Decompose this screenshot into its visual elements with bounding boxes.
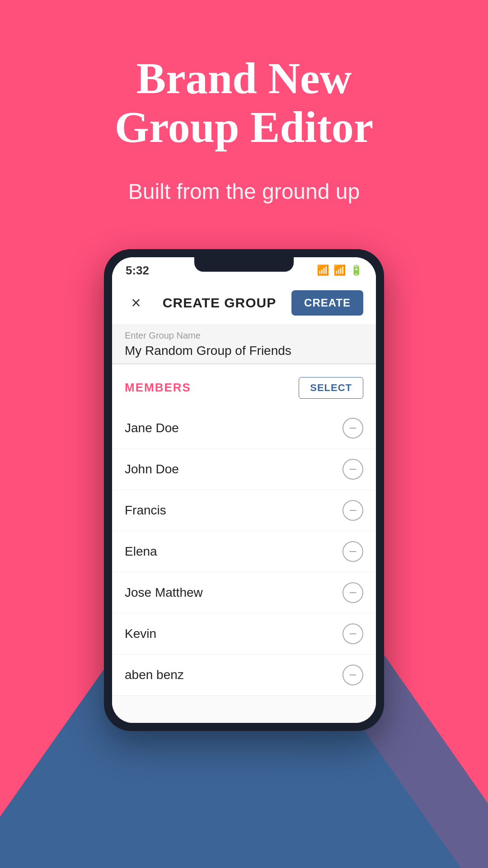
phone-inner: 5:32 📶 📶 🔋 × CREATE GROUP CREATE Enter G… [112, 257, 376, 723]
phone-outer: 5:32 📶 📶 🔋 × CREATE GROUP CREATE Enter G… [104, 249, 384, 731]
remove-member-button[interactable] [343, 623, 363, 644]
app-header: × CREATE GROUP CREATE [112, 281, 376, 325]
remove-member-button[interactable] [343, 541, 363, 562]
hero-section: Brand NewGroup Editor Built from the gro… [0, 0, 488, 231]
table-row: Jane Doe [112, 408, 376, 449]
status-icons: 📶 📶 🔋 [317, 264, 362, 276]
member-name: John Doe [125, 462, 179, 476]
status-time: 5:32 [126, 264, 149, 278]
member-name: Kevin [125, 627, 156, 641]
wifi-icon: 📶 [317, 264, 329, 276]
table-row: Francis [112, 490, 376, 531]
table-row: John Doe [112, 449, 376, 490]
signal-icon: 📶 [333, 264, 346, 276]
remove-member-button[interactable] [343, 500, 363, 521]
members-header: MEMBERS SELECT [112, 364, 376, 408]
remove-member-button[interactable] [343, 582, 363, 603]
hero-title: Brand NewGroup Editor [0, 54, 488, 152]
remove-member-button[interactable] [343, 418, 363, 439]
close-button[interactable]: × [125, 292, 147, 314]
members-label: MEMBERS [125, 381, 191, 395]
remove-member-button[interactable] [343, 459, 363, 480]
member-name: Jane Doe [125, 421, 179, 435]
member-name: Elena [125, 544, 157, 559]
member-name: Jose Matthew [125, 585, 203, 600]
group-name-value[interactable]: My Random Group of Friends [125, 344, 363, 358]
hero-subtitle: Built from the ground up [0, 179, 488, 204]
group-name-input-section[interactable]: Enter Group Name My Random Group of Frie… [112, 325, 376, 364]
table-row: aben benz [112, 655, 376, 696]
select-members-button[interactable]: SELECT [299, 377, 363, 399]
table-row: Jose Matthew [112, 572, 376, 613]
phone-container: 5:32 📶 📶 🔋 × CREATE GROUP CREATE Enter G… [0, 249, 488, 731]
page-title: CREATE GROUP [163, 295, 276, 311]
table-row: Elena [112, 531, 376, 572]
member-name: Francis [125, 503, 166, 518]
member-name: aben benz [125, 668, 184, 682]
group-name-label: Enter Group Name [125, 330, 363, 341]
table-row: Kevin [112, 613, 376, 655]
remove-member-button[interactable] [343, 665, 363, 685]
member-list: Jane Doe John Doe Francis Elena Jose Mat [112, 408, 376, 696]
bottom-spacer [112, 696, 376, 723]
battery-icon: 🔋 [350, 264, 362, 276]
create-group-button[interactable]: CREATE [291, 290, 363, 316]
phone-notch [194, 257, 294, 272]
